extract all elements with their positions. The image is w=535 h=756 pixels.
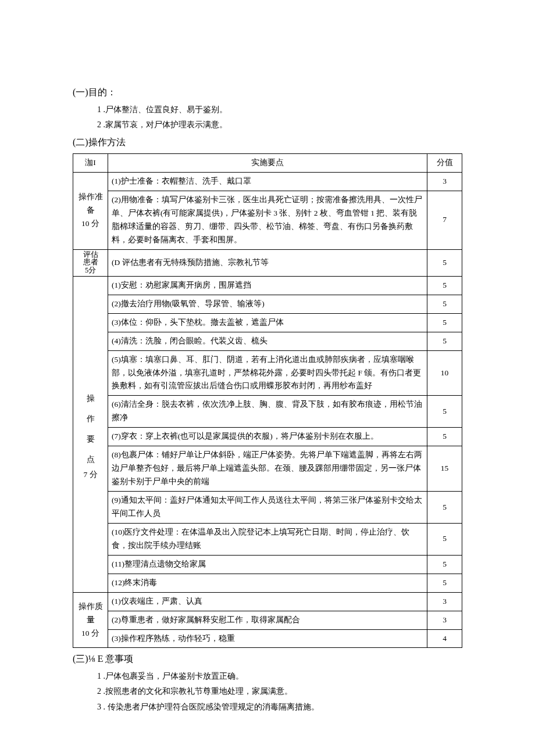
table-row: (2)撤去治疗用物(吸氧管、导尿管、输液等) 5 xyxy=(73,295,462,313)
cell-score: 3 xyxy=(427,172,462,191)
table-row: 操作要点7 分 (1)安慰：劝慰家属离开病房，围屏遮挡 5 xyxy=(73,276,462,295)
cell-text: (2)撤去治疗用物(吸氧管、导尿管、输液等) xyxy=(108,295,427,313)
cell-text: (12)终末消毒 xyxy=(108,574,427,592)
header-col2: 实施要点 xyxy=(108,153,427,172)
cell-score: 5 xyxy=(427,555,462,574)
cell-text: (1)仪表端庄，严肃、认真 xyxy=(108,592,427,611)
cell-text: (2)用物准备：填写尸体鉴别卡三张，医生出具死亡证明；按需准备擦洗用具、一次性尸… xyxy=(108,191,427,249)
section-one-heading: (一)目的： xyxy=(73,85,462,100)
table-row: (7)穿衣：穿上衣裤(也可以是家属提供的衣服)，将尸体鉴别卡别在衣服上。 5 xyxy=(73,428,462,446)
table-header-row: 泇I 实施要点 分值 xyxy=(73,153,462,172)
purpose-item-1: 1 .尸体整洁、位置良好、易于鉴别。 xyxy=(73,103,462,116)
note-item-2: 2 .按照患者的文化和宗教礼节尊重地处理，家属满意。 xyxy=(73,685,462,698)
cell-text: (5)填塞：填塞口鼻、耳、肛门、阴道，若有上消化道出血或肺部疾病者，应填塞咽喉部… xyxy=(108,350,427,396)
table-row: (2)尊重患者，做好家属解释安慰工作，取得家属配合 3 xyxy=(73,611,462,629)
cell-score: 7 xyxy=(427,191,462,249)
table-row: (3)操作程序熟练，动作轻巧，稳重 4 xyxy=(73,629,462,648)
cell-text: (8)包裹尸体：铺好尸单让尸体斜卧，端正尸体姿势。先将尸单下端遮盖脚，再将左右两… xyxy=(108,446,427,492)
cell-text: (6)清洁全身：脱去衣裤，依次洗净上肢、胸、腹、背及下肢，如有胶布痕迹，用松节油… xyxy=(108,396,427,428)
cell-text: (1)安慰：劝慰家属离开病房，围屏遮挡 xyxy=(108,276,427,295)
table-row: (5)填塞：填塞口鼻、耳、肛门、阴道，若有上消化道出血或肺部疾病者，应填塞咽喉部… xyxy=(73,350,462,396)
cell-text: (D 评估患者有无特殊预防措施、宗教礼节等 xyxy=(108,249,427,276)
cell-score: 5 xyxy=(427,295,462,313)
cell-score: 5 xyxy=(427,574,462,592)
table-row: (12)终末消毒 5 xyxy=(73,574,462,592)
purpose-item-2: 2 .家属节哀，对尸体护理表示满意。 xyxy=(73,119,462,131)
category-assessment: 评估 患者 5分 xyxy=(73,249,108,276)
category-keypoints: 操作要点7 分 xyxy=(73,276,108,592)
cell-score: 5 xyxy=(427,492,462,524)
table-row: 操作准备 10 分 (1)护士准备：衣帽整洁、洗手、戴口罩 3 xyxy=(73,172,462,191)
table-row: (11)整理清点遗物交给家属 5 xyxy=(73,555,462,574)
table-row: (2)用物准备：填写尸体鉴别卡三张，医生出具死亡证明；按需准备擦洗用具、一次性尸… xyxy=(73,191,462,249)
cell-score: 3 xyxy=(427,592,462,611)
cell-score: 10 xyxy=(427,350,462,396)
cell-score: 5 xyxy=(427,396,462,428)
cell-text: (9)通知太平间：盖好尸体通知太平间工作人员送往太平间，将第三张尸体鉴别卡交给太… xyxy=(108,492,427,524)
cell-score: 5 xyxy=(427,332,462,350)
section-two-heading: (二)操作方法 xyxy=(73,135,462,150)
cell-score: 5 xyxy=(427,249,462,276)
table-row: 评估 患者 5分 (D 评估患者有无特殊预防措施、宗教礼节等 5 xyxy=(73,249,462,276)
category-preparation: 操作准备 10 分 xyxy=(73,172,108,249)
cell-text: (1)护士准备：衣帽整洁、洗手、戴口罩 xyxy=(108,172,427,191)
cell-text: (2)尊重患者，做好家属解释安慰工作，取得家属配合 xyxy=(108,611,427,629)
note-item-3: 3 . 传染患者尸体护理符合医院感染管理规定的消毒隔离措施。 xyxy=(73,701,462,714)
note-item-1: 1 .尸体包裹妥当，尸体鉴别卡放置正确。 xyxy=(73,670,462,683)
cell-score: 5 xyxy=(427,428,462,446)
cell-text: (7)穿衣：穿上衣裤(也可以是家属提供的衣服)，将尸体鉴别卡别在衣服上。 xyxy=(108,428,427,446)
table-row: (9)通知太平间：盖好尸体通知太平间工作人员送往太平间，将第三张尸体鉴别卡交给太… xyxy=(73,492,462,524)
table-row: (8)包裹尸体：铺好尸单让尸体斜卧，端正尸体姿势。先将尸单下端遮盖脚，再将左右两… xyxy=(73,446,462,492)
procedure-table: 泇I 实施要点 分值 操作准备 10 分 (1)护士准备：衣帽整洁、洗手、戴口罩… xyxy=(73,153,462,648)
cell-score: 15 xyxy=(427,446,462,492)
table-row: (3)体位：仰卧，头下垫枕。撤去盖被，遮盖尸体 5 xyxy=(73,313,462,332)
section-three-heading: (三)⅛ E 意事项 xyxy=(73,651,462,667)
table-row: 操作质量 10 分 (1)仪表端庄，严肃、认真 3 xyxy=(73,592,462,611)
table-row: (10)医疗文件处理：在体温单及出入院登记本上填写死亡日期、时间，停止治疗、饮食… xyxy=(73,523,462,555)
cell-text: (3)体位：仰卧，头下垫枕。撤去盖被，遮盖尸体 xyxy=(108,313,427,332)
header-col1: 泇I xyxy=(73,153,108,172)
category-quality: 操作质量 10 分 xyxy=(73,592,108,648)
cell-text: (4)清洗：洗脸，闭合眼睑。代装义齿、梳头 xyxy=(108,332,427,350)
header-col3: 分值 xyxy=(427,153,462,172)
table-row: (6)清洁全身：脱去衣裤，依次洗净上肢、胸、腹、背及下肢，如有胶布痕迹，用松节油… xyxy=(73,396,462,428)
cell-score: 3 xyxy=(427,611,462,629)
cell-text: (11)整理清点遗物交给家属 xyxy=(108,555,427,574)
table-row: (4)清洗：洗脸，闭合眼睑。代装义齿、梳头 5 xyxy=(73,332,462,350)
cell-score: 5 xyxy=(427,276,462,295)
cell-score: 5 xyxy=(427,523,462,555)
cell-text: (3)操作程序熟练，动作轻巧，稳重 xyxy=(108,629,427,648)
cell-score: 5 xyxy=(427,313,462,332)
cell-text: (10)医疗文件处理：在体温单及出入院登记本上填写死亡日期、时间，停止治疗、饮食… xyxy=(108,523,427,555)
cell-score: 4 xyxy=(427,629,462,648)
